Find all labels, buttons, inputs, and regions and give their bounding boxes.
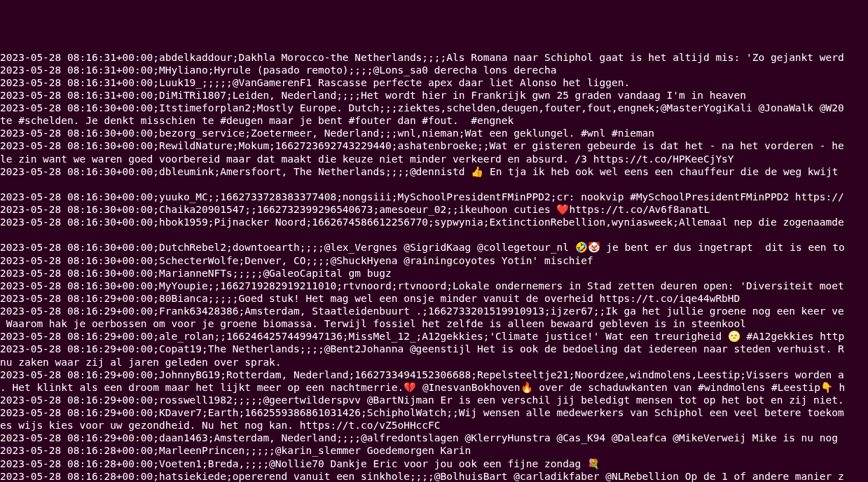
log-line: 2023-05-28 08:16:31+00:00;MHyliano;Hyrul…: [0, 64, 868, 76]
log-line: 2023-05-28 08:16:29+00:00;KDaver7;Earth;…: [0, 406, 868, 419]
log-line: 2023-05-28 08:16:30+00:00;bezorg_service…: [0, 127, 868, 139]
log-line: 2023-05-28 08:16:31+00:00;abdelkaddour;D…: [0, 51, 868, 64]
log-line: nu zaken waar zij al jaren geleden over …: [0, 356, 868, 369]
log-line: 2023-05-28 08:16:29+00:00;Frank63428386;…: [0, 305, 868, 317]
log-line: 2023-05-28 08:16:28+00:00;Voeten1;Breda,…: [0, 457, 868, 470]
log-line: es wijs kies voor uw gezondheid. Nu het …: [0, 419, 868, 432]
log-line: 2023-05-28 08:16:28+00:00;hatsiekiede;op…: [0, 470, 868, 482]
log-line: 2023-05-28 08:16:29+00:00;rosswell1982;;…: [0, 394, 868, 406]
log-line: 2023-05-28 08:16:30+00:00;MarianneNFTs;;…: [0, 267, 868, 280]
log-line: [0, 178, 868, 191]
log-line: 2023-05-28 08:16:29+00:00;daan1463;Amste…: [0, 432, 868, 444]
log-line: le zin want we waren goed voorbereid maa…: [0, 153, 868, 165]
log-line: [0, 228, 868, 241]
log-line: 2023-05-28 08:16:30+00:00;MyYoupie;;1662…: [0, 280, 868, 292]
log-line: . Het klinkt als een droom maar het lijk…: [0, 381, 868, 394]
terminal-output: 2023-05-28 08:16:31+00:00;abdelkaddour;D…: [0, 51, 868, 483]
log-line: 2023-05-28 08:16:30+00:00;yuuko_MC;;1662…: [0, 191, 868, 203]
log-line: 2023-05-28 08:16:30+00:00;dbleumink;Amer…: [0, 165, 868, 178]
log-line: Waarom hak je oerbossen om voor je groen…: [0, 317, 868, 330]
log-line: 2023-05-28 08:16:31+00:00;Luuk19_;;;;;@V…: [0, 76, 868, 89]
log-line: 2023-05-28 08:16:30+00:00;hbok1959;Pijna…: [0, 216, 868, 228]
log-line: te #schelden. Je denkt misschien te #deu…: [0, 114, 868, 127]
log-line: 2023-05-28 08:16:28+00:00;MarleenPrincen…: [0, 444, 868, 457]
log-line: 2023-05-28 08:16:31+00:00;DiMiTRi1807;Le…: [0, 89, 868, 102]
log-line: 2023-05-28 08:16:30+00:00;SchecterWolfe;…: [0, 254, 868, 267]
log-line: 2023-05-28 08:16:29+00:00;80Bianca;;;;;G…: [0, 292, 868, 305]
log-line: 2023-05-28 08:16:29+00:00;JohnnyBG19;Rot…: [0, 369, 868, 381]
log-line: 2023-05-28 08:16:29+00:00;Copat19;The Ne…: [0, 343, 868, 355]
log-line: 2023-05-28 08:16:30+00:00;DutchRebel2;do…: [0, 241, 868, 254]
log-line: 2023-05-28 08:16:30+00:00;Chaika20901547…: [0, 203, 868, 216]
log-line: 2023-05-28 08:16:30+00:00;RewildNature;M…: [0, 139, 868, 152]
log-line: 2023-05-28 08:16:30+00:00;Itstimeforplan…: [0, 102, 868, 114]
log-line: 2023-05-28 08:16:29+00:00;ale_rolan;;166…: [0, 330, 868, 343]
